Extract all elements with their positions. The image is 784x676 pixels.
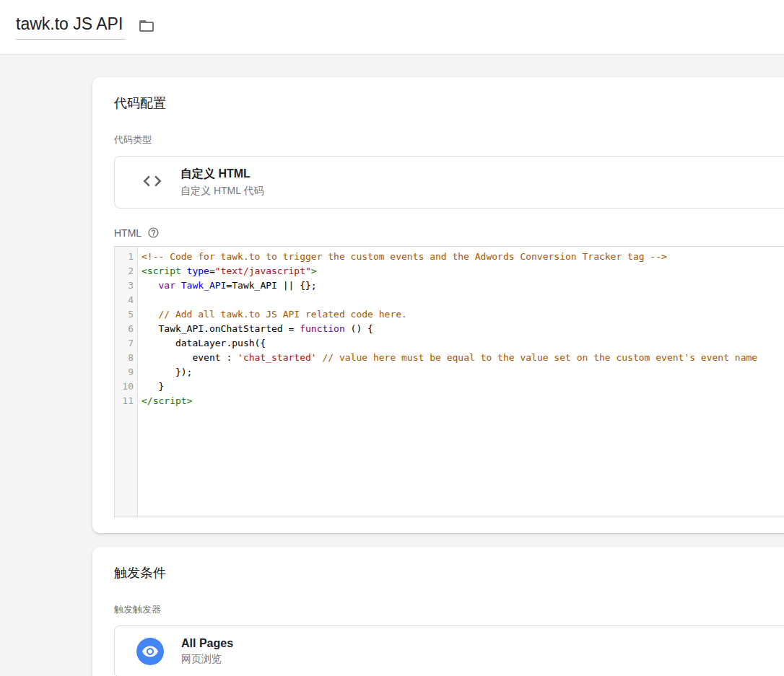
pageview-eye-icon xyxy=(136,638,164,665)
code-brackets-icon xyxy=(141,170,163,195)
trigger-card: 触发条件 触发触发器 All Pages 网页浏览 xyxy=(92,547,784,676)
html-code-editor[interactable]: 1234567891011 <!-- Code for tawk.to to t… xyxy=(114,246,784,517)
editor-gutter: 1234567891011 xyxy=(115,247,138,517)
content-area: 代码配置 代码类型 自定义 HTML 自定义 HTML 代码 HTML 123 xyxy=(92,77,784,676)
trigger-type: 网页浏览 xyxy=(181,653,233,666)
tag-config-card-title: 代码配置 xyxy=(114,95,784,112)
tag-type-label: 代码类型 xyxy=(114,133,784,146)
tag-type-description: 自定义 HTML 代码 xyxy=(180,185,263,198)
page-header: tawk.to JS API xyxy=(0,0,784,55)
trigger-card-title: 触发条件 xyxy=(114,564,784,581)
tag-name-title[interactable]: tawk.to JS API xyxy=(16,14,126,40)
help-circle-icon[interactable] xyxy=(147,227,160,239)
trigger-name: All Pages xyxy=(181,637,233,650)
tag-type-selector[interactable]: 自定义 HTML 自定义 HTML 代码 xyxy=(114,156,784,208)
firing-triggers-label: 触发触发器 xyxy=(114,603,784,616)
editor-code[interactable]: <!-- Code for tawk.to to trigger the cus… xyxy=(138,247,784,517)
trigger-item-all-pages[interactable]: All Pages 网页浏览 xyxy=(114,625,784,676)
tag-type-name: 自定义 HTML xyxy=(180,167,263,182)
folder-icon[interactable] xyxy=(137,17,156,35)
html-field-label: HTML xyxy=(114,227,141,239)
tag-config-card: 代码配置 代码类型 自定义 HTML 自定义 HTML 代码 HTML 123 xyxy=(92,77,784,533)
